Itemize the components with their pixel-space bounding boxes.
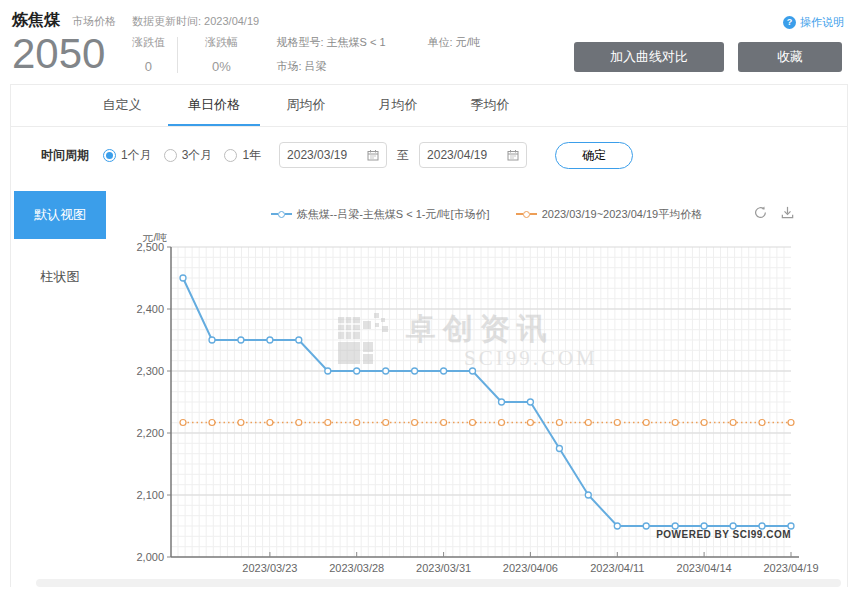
radio-1-year[interactable]: 1年 — [224, 147, 261, 164]
chart-section: 默认视图 柱状图 炼焦煤--吕梁-主焦煤S < 1-元/吨[市场价] — [11, 183, 847, 575]
tab-custom[interactable]: 自定义 — [76, 85, 168, 126]
start-date-input[interactable]: 2023/03/19 — [279, 142, 387, 168]
calendar-icon — [507, 149, 519, 161]
page-header: 炼焦煤 市场价格 数据更新时间: 2023/04/19 ? 操作说明 2050 … — [0, 0, 858, 76]
sidebar-item-default-view[interactable]: 默认视图 — [14, 191, 106, 239]
main-panel: 自定义 单日价格 周均价 月均价 季均价 时间周期 1个月 3个月 1年 202… — [10, 84, 848, 587]
radio-unselected-icon — [164, 149, 177, 162]
confirm-button[interactable]: 确定 — [555, 142, 633, 169]
radio-1-year-label: 1年 — [242, 147, 261, 164]
chart-toolbar — [753, 205, 795, 220]
vertical-divider — [177, 37, 178, 73]
change-value-block: 涨跌值 0 — [119, 35, 177, 74]
period-selector-row: 时间周期 1个月 3个月 1年 2023/03/19 至 2023/04/19 … — [11, 127, 847, 183]
svg-text:2023/04/11: 2023/04/11 — [590, 562, 644, 574]
price-chart-canvas[interactable]: 2,0002,1002,2002,3002,4002,5002023/03/23… — [126, 233, 847, 575]
question-circle-icon: ? — [783, 16, 796, 29]
sidebar-item-bar-chart[interactable]: 柱状图 — [14, 253, 106, 301]
change-pct-block: 涨跌幅 0% — [192, 35, 250, 74]
price-type-label: 市场价格 — [72, 14, 116, 29]
tab-monthly-average[interactable]: 月均价 — [352, 85, 444, 126]
tab-quarterly-average[interactable]: 季均价 — [444, 85, 536, 126]
radio-3-month-label: 3个月 — [182, 147, 213, 164]
legend-item-average-series[interactable]: 2023/03/19~2023/04/19平均价格 — [516, 207, 703, 222]
help-link[interactable]: ? 操作说明 — [783, 15, 844, 30]
header-top-row: 炼焦煤 市场价格 数据更新时间: 2023/04/19 ? 操作说明 — [12, 10, 844, 31]
svg-text:2023/04/19: 2023/04/19 — [763, 562, 818, 574]
svg-text:2,000: 2,000 — [136, 551, 164, 563]
period-label: 时间周期 — [41, 147, 89, 164]
legend-line-circle-marker — [271, 211, 292, 218]
chart-legend-bar: 炼焦煤--吕梁-主焦煤S < 1-元/吨[市场价] 2023/03/19~202… — [126, 197, 847, 231]
price-chart[interactable]: 2,0002,1002,2002,3002,4002,5002023/03/23… — [126, 233, 844, 575]
update-time-label: 数据更新时间: 2023/04/19 — [132, 14, 259, 29]
tab-daily-price[interactable]: 单日价格 — [168, 85, 260, 126]
spec-block: 规格型号: 主焦煤S < 1 单位: 元/吨 市场: 吕梁 — [276, 35, 480, 74]
spec-label: 规格型号: 主焦煤S < 1 — [276, 35, 385, 50]
svg-text:2,400: 2,400 — [136, 303, 164, 315]
svg-text:2023/03/28: 2023/03/28 — [329, 562, 384, 574]
svg-text:2023/04/06: 2023/04/06 — [503, 562, 558, 574]
help-label: 操作说明 — [800, 15, 844, 30]
unit-label: 单位: 元/吨 — [428, 35, 481, 50]
legend-label: 炼焦煤--吕梁-主焦煤S < 1-元/吨[市场价] — [297, 207, 490, 222]
view-sidebar: 默认视图 柱状图 — [11, 183, 126, 575]
commodity-title: 炼焦煤 — [12, 10, 60, 31]
download-icon[interactable] — [780, 205, 795, 220]
radio-1-month-label: 1个月 — [121, 147, 152, 164]
change-pct-label: 涨跌幅 — [192, 35, 250, 50]
change-value: 0 — [119, 59, 177, 74]
svg-text:2,100: 2,100 — [136, 489, 164, 501]
market-label: 市场: 吕梁 — [276, 59, 480, 74]
to-label: 至 — [397, 147, 409, 164]
powered-by-label: POWERED BY SCI99.COM — [656, 529, 791, 540]
svg-text:2023/04/14: 2023/04/14 — [677, 562, 732, 574]
add-curve-compare-button[interactable]: 加入曲线对比 — [574, 42, 724, 72]
svg-text:2,300: 2,300 — [136, 365, 164, 377]
svg-text:元/吨: 元/吨 — [142, 233, 167, 243]
tab-weekly-average[interactable]: 周均价 — [260, 85, 352, 126]
header-actions: 加入曲线对比 收藏 — [574, 42, 842, 72]
horizontal-scrollbar[interactable] — [36, 579, 841, 587]
end-date-input[interactable]: 2023/04/19 — [419, 142, 527, 168]
radio-selected-icon — [103, 149, 116, 162]
radio-1-month[interactable]: 1个月 — [103, 147, 152, 164]
refresh-icon[interactable] — [753, 205, 768, 220]
start-date-value: 2023/03/19 — [287, 148, 347, 162]
radio-3-month[interactable]: 3个月 — [164, 147, 213, 164]
legend-item-price-series[interactable]: 炼焦煤--吕梁-主焦煤S < 1-元/吨[市场价] — [271, 207, 490, 222]
svg-text:2,200: 2,200 — [136, 427, 164, 439]
end-date-value: 2023/04/19 — [427, 148, 487, 162]
legend-line-circle-marker — [516, 211, 537, 218]
chart-area: 炼焦煤--吕梁-主焦煤S < 1-元/吨[市场价] 2023/03/19~202… — [126, 183, 847, 575]
radio-unselected-icon — [224, 149, 237, 162]
legend-label: 2023/03/19~2023/04/19平均价格 — [542, 207, 703, 222]
calendar-icon — [367, 149, 379, 161]
favorite-button[interactable]: 收藏 — [738, 42, 842, 72]
svg-text:2023/03/23: 2023/03/23 — [242, 562, 297, 574]
current-price: 2050 — [12, 32, 105, 76]
change-pct: 0% — [192, 59, 250, 74]
change-value-label: 涨跌值 — [119, 35, 177, 50]
header-main-row: 2050 涨跌值 0 涨跌幅 0% 规格型号: 主焦煤S < 1 单位: 元/吨… — [12, 32, 844, 76]
svg-text:2023/03/31: 2023/03/31 — [416, 562, 471, 574]
tabs-bar: 自定义 单日价格 周均价 月均价 季均价 — [11, 85, 847, 127]
